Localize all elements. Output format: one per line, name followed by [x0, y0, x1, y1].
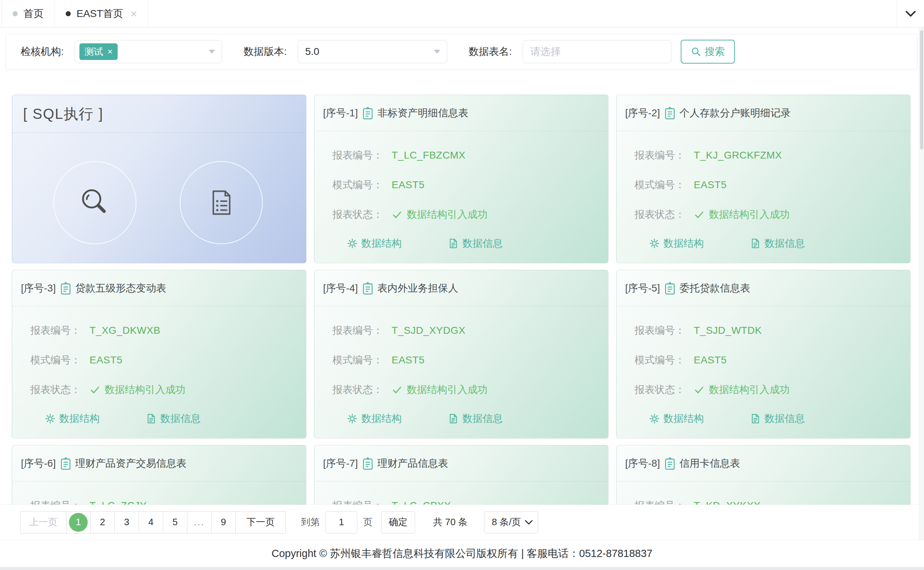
report-card-7: [序号-7] 理财产品信息表 报表编号：T_LC_CPXX: [314, 445, 609, 505]
data-structure-label: 数据结构: [59, 412, 99, 426]
data-structure-link[interactable]: 数据结构: [649, 412, 704, 426]
report-no-label: 报表编号：: [635, 149, 685, 162]
sql-script-button[interactable]: [180, 161, 263, 244]
report-no-value: T_LC_ZCJY: [90, 500, 147, 505]
org-select[interactable]: 测试 ×: [75, 40, 222, 63]
tab-bar: 首页 EAST首页 ×: [0, 0, 924, 28]
data-structure-link[interactable]: 数据结构: [45, 412, 99, 426]
page-button-9[interactable]: 9: [211, 511, 236, 533]
tab-home-dot-icon: [13, 11, 18, 16]
card-title: 理财产品资产交易信息表: [75, 457, 186, 470]
pagination-bar: 上一页 1 2 3 4 5 ... 9 下一页 到第 页 确定 共 70 条 8…: [0, 505, 919, 540]
schema-no-label: 模式编号：: [333, 353, 383, 367]
clipboard-icon: [664, 282, 676, 295]
schema-no-value: EAST5: [392, 179, 425, 191]
report-no-label: 报表编号：: [333, 324, 383, 337]
goto-page-input[interactable]: [325, 511, 357, 533]
data-info-link[interactable]: 数据信息: [448, 412, 503, 426]
search-icon: [691, 47, 701, 57]
file-icon: [750, 238, 761, 249]
data-structure-link[interactable]: 数据结构: [649, 237, 704, 250]
report-no-value: T_LC_FBZCMX: [392, 150, 466, 161]
active-page-indicator: 1: [69, 513, 88, 532]
vertical-scrollbar[interactable]: [919, 28, 924, 567]
file-icon: [448, 238, 459, 249]
prev-page-button[interactable]: 上一页: [20, 511, 66, 533]
card-header: [序号-8] 信用卡信息表: [617, 445, 910, 481]
data-info-link[interactable]: 数据信息: [750, 237, 805, 250]
clipboard-icon: [60, 282, 72, 295]
confirm-button[interactable]: 确定: [381, 511, 415, 533]
page-button-4[interactable]: 4: [139, 511, 163, 533]
goto-page-prefix: 到第: [301, 516, 320, 529]
tab-east-label: EAST首页: [76, 7, 123, 21]
close-icon[interactable]: ×: [130, 8, 137, 20]
page-bottom-edge: [0, 567, 924, 570]
card-seq: [序号-5]: [625, 281, 660, 295]
card-seq: [序号-4]: [323, 281, 358, 295]
card-header: [序号-6] 理财产品资产交易信息表: [12, 445, 306, 481]
tab-home[interactable]: 首页: [2, 0, 55, 27]
card-body: 报表编号：T_KD_XYKXX: [617, 481, 910, 505]
card-header: [序号-3] 贷款五级形态变动表: [12, 270, 306, 306]
data-structure-link[interactable]: 数据结构: [347, 412, 402, 426]
card-body: 报表编号：T_LC_FBZCMX 模式编号：EAST5 报表状态： 数据结构引入…: [315, 131, 608, 250]
data-info-link[interactable]: 数据信息: [146, 412, 201, 426]
check-icon: [392, 209, 402, 220]
page-button-2[interactable]: 2: [90, 511, 115, 533]
status-value: 数据结构引入成功: [407, 383, 488, 397]
report-no-label: 报表编号：: [30, 324, 81, 337]
report-no-label: 报表编号：: [30, 499, 81, 505]
tag-close-icon[interactable]: ×: [108, 48, 113, 56]
version-select[interactable]: 5.0: [298, 40, 447, 63]
status-label: 报表状态：: [333, 208, 383, 221]
report-no-value: T_KJ_GRCKFZMX: [694, 150, 782, 161]
magnifier-icon: [78, 185, 112, 220]
page-ellipsis-button[interactable]: ...: [187, 511, 212, 533]
page-button-5[interactable]: 5: [163, 511, 187, 533]
data-structure-link[interactable]: 数据结构: [347, 237, 402, 250]
card-header: [序号-1] 非标资产明细信息表: [315, 95, 608, 131]
card-header: [序号-2] 个人存款分户账明细记录: [617, 95, 910, 131]
data-info-label: 数据信息: [764, 237, 805, 250]
org-tag-label: 测试: [84, 46, 103, 58]
card-seq: [序号-7]: [323, 457, 358, 470]
tab-east-dot-icon: [66, 11, 71, 16]
sql-query-button[interactable]: [53, 161, 136, 244]
report-card-4: [序号-4] 表内外业务担保人 报表编号：T_SJD_XYDGX 模式编号：EA…: [314, 270, 609, 438]
card-body: 报表编号：T_KJ_GRCKFZMX 模式编号：EAST5 报表状态： 数据结构…: [617, 131, 910, 250]
schema-no-label: 模式编号：: [635, 353, 685, 367]
page-button-1[interactable]: 1: [66, 511, 91, 533]
chevron-down-icon: [905, 11, 916, 17]
clipboard-icon: [362, 107, 374, 120]
gear-icon: [347, 413, 358, 424]
schema-no-value: EAST5: [90, 354, 122, 366]
table-name-input[interactable]: [522, 40, 671, 63]
report-no-value: T_SJD_XYDGX: [392, 325, 466, 336]
search-button[interactable]: 搜索: [681, 40, 735, 64]
schema-no-label: 模式编号：: [635, 178, 685, 192]
card-header: [序号-7] 理财产品信息表: [315, 445, 608, 481]
org-tag: 测试 ×: [79, 43, 118, 60]
tab-east-home[interactable]: EAST首页 ×: [55, 0, 148, 27]
clipboard-icon: [664, 107, 676, 120]
status-value: 数据结构引入成功: [709, 208, 790, 221]
card-seq: [序号-2]: [625, 106, 660, 120]
page-button-3[interactable]: 3: [115, 511, 139, 533]
tab-collapse-button[interactable]: [897, 0, 924, 27]
report-no-label: 报表编号：: [333, 149, 383, 162]
status-value: 数据结构引入成功: [105, 383, 186, 397]
report-no-value: T_SJD_WTDK: [694, 325, 762, 336]
data-info-link[interactable]: 数据信息: [750, 412, 805, 426]
card-body: 报表编号：T_LC_CPXX: [315, 481, 608, 505]
document-list-icon: [205, 187, 237, 219]
page-size-select[interactable]: 8 条/页: [484, 511, 538, 533]
card-seq: [序号-6]: [21, 457, 56, 470]
scrollbar-thumb[interactable]: [920, 30, 923, 150]
card-title: 个人存款分户账明细记录: [679, 106, 790, 120]
card-seq: [序号-8]: [625, 457, 660, 470]
next-page-button[interactable]: 下一页: [235, 511, 286, 533]
footer: Copyright © 苏州银丰睿哲信息科技有限公司版权所有 | 客服电话：05…: [0, 540, 924, 567]
data-info-link[interactable]: 数据信息: [448, 237, 503, 250]
report-no-label: 报表编号：: [333, 499, 383, 505]
